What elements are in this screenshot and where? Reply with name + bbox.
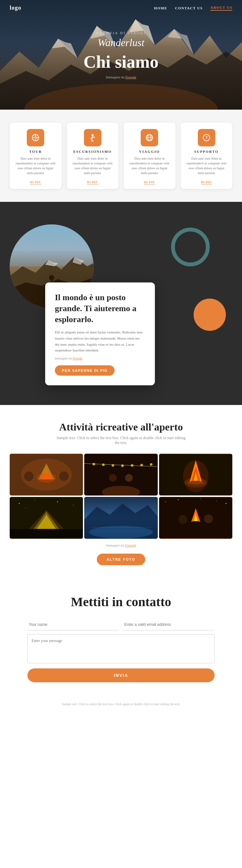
service-card-travel: VIAGGIO Duis aute irure dolor in reprehe… bbox=[124, 123, 176, 189]
svg-point-69 bbox=[19, 503, 20, 504]
svg-line-14 bbox=[93, 137, 94, 137]
hero-content: AGENZIA DI VIAGGI Wanderlust Chi siamo I… bbox=[84, 31, 159, 79]
hero-subtitle: AGENZIA DI VIAGGI bbox=[84, 31, 159, 35]
travel-link[interactable]: DI PIÙ bbox=[144, 181, 155, 184]
photo-5 bbox=[84, 497, 157, 539]
support-title: SUPPORTO bbox=[185, 150, 228, 153]
svg-point-41 bbox=[24, 471, 34, 481]
deco-circle-orange bbox=[193, 299, 226, 331]
tour-link[interactable]: DI PIÙ bbox=[30, 181, 41, 184]
svg-point-15 bbox=[94, 137, 95, 138]
travel-icon bbox=[141, 129, 158, 146]
activities-section: Attività ricreative all'aperto Sample te… bbox=[0, 405, 242, 578]
photo-1 bbox=[10, 454, 83, 496]
footer-text: Sample text. Click to select the text bo… bbox=[10, 702, 232, 707]
svg-point-49 bbox=[121, 464, 124, 467]
hero-brand: Wanderlust bbox=[84, 37, 159, 49]
contact-name-input[interactable] bbox=[27, 619, 119, 630]
hero-section: AGENZIA DI VIAGGI Wanderlust Chi siamo I… bbox=[0, 0, 242, 110]
explore-credit: Immagine da Freepik bbox=[55, 356, 145, 360]
explore-body: Elit ut aliquam purus sit amet luctus ve… bbox=[55, 329, 145, 353]
svg-point-47 bbox=[102, 463, 105, 466]
svg-point-72 bbox=[73, 505, 74, 505]
support-icon: ? bbox=[198, 129, 215, 146]
explore-section: Il mondo è un posto grande. Ti aiuteremo… bbox=[0, 202, 242, 405]
svg-point-88 bbox=[225, 503, 226, 504]
contact-name-email-row bbox=[27, 619, 215, 630]
contact-title: Mettiti in contatto bbox=[10, 594, 232, 610]
svg-point-86 bbox=[178, 499, 178, 500]
svg-point-76 bbox=[89, 526, 153, 539]
support-desc: Duis aute irure dolor in reprehenderit i… bbox=[185, 156, 228, 176]
svg-point-52 bbox=[150, 463, 153, 466]
svg-point-89 bbox=[200, 498, 201, 499]
svg-point-46 bbox=[93, 463, 95, 465]
tour-title: TOUR bbox=[14, 150, 57, 153]
support-link[interactable]: DI PIÙ bbox=[201, 181, 212, 184]
nav-about[interactable]: ABOUT US bbox=[210, 5, 232, 11]
svg-point-82 bbox=[191, 521, 201, 524]
svg-point-73 bbox=[25, 508, 26, 508]
svg-point-63 bbox=[185, 478, 207, 488]
services-section: TOUR Duis aute irure dolor in reprehende… bbox=[0, 110, 242, 202]
svg-rect-68 bbox=[10, 529, 83, 539]
svg-point-84 bbox=[204, 514, 213, 523]
activities-button[interactable]: ALTRE FOTO bbox=[97, 554, 145, 565]
svg-point-30 bbox=[49, 275, 54, 280]
svg-point-51 bbox=[140, 464, 143, 466]
nav-links: HOME CONTACT US ABOUT US bbox=[154, 5, 232, 11]
contact-email-input[interactable] bbox=[123, 619, 215, 630]
tour-icon bbox=[27, 129, 44, 146]
logo: logo bbox=[10, 4, 21, 11]
contact-message-input[interactable] bbox=[27, 634, 215, 663]
svg-point-71 bbox=[57, 501, 58, 502]
hike-link[interactable]: DI PIÙ bbox=[87, 181, 98, 184]
photo-6 bbox=[159, 497, 232, 539]
explore-title: Il mondo è un posto grande. Ti aiuteremo… bbox=[55, 292, 145, 325]
activities-credit: Immagini da Freepik bbox=[10, 543, 232, 547]
svg-point-87 bbox=[216, 501, 217, 501]
hike-icon bbox=[84, 129, 101, 146]
deco-circle-teal bbox=[171, 228, 210, 266]
svg-point-9 bbox=[92, 134, 94, 136]
service-card-tour: TOUR Duis aute irure dolor in reprehende… bbox=[10, 123, 62, 189]
hike-title: ESCURSIONISMO bbox=[71, 150, 114, 153]
explore-inner: Il mondo è un posto grande. Ti aiuteremo… bbox=[0, 218, 242, 385]
explore-card: Il mondo è un posto grande. Ti aiuteremo… bbox=[45, 282, 155, 385]
svg-point-70 bbox=[35, 500, 35, 501]
activities-subtitle: Sample text. Click to select the text bo… bbox=[57, 436, 185, 445]
photo-3 bbox=[159, 454, 232, 496]
svg-text:?: ? bbox=[205, 135, 208, 140]
svg-point-83 bbox=[178, 515, 187, 524]
contact-section: Mettiti in contatto INVIA bbox=[0, 578, 242, 695]
svg-line-13 bbox=[92, 140, 93, 142]
svg-point-48 bbox=[112, 464, 114, 467]
svg-point-85 bbox=[165, 502, 165, 502]
svg-point-42 bbox=[59, 471, 69, 481]
activities-title: Attività ricreative all'aperto bbox=[10, 421, 232, 433]
explore-button[interactable]: PER SAPERNE DI PIÙ bbox=[55, 365, 115, 376]
photo-2 bbox=[84, 454, 157, 496]
hero-credit: Immagine da Freepik bbox=[84, 75, 159, 79]
nav-home[interactable]: HOME bbox=[154, 6, 168, 10]
photo-grid bbox=[10, 454, 232, 539]
contact-form: INVIA bbox=[27, 619, 215, 682]
nav-contact[interactable]: CONTACT US bbox=[175, 6, 203, 10]
service-card-hike: ESCURSIONISMO Duis aute irure dolor in r… bbox=[67, 123, 119, 189]
footer: Sample text. Click to select the text bo… bbox=[0, 695, 242, 716]
contact-submit-button[interactable]: INVIA bbox=[27, 669, 215, 682]
svg-point-50 bbox=[131, 464, 133, 467]
tour-desc: Duis aute irure dolor in reprehenderit i… bbox=[14, 156, 57, 176]
hero-title: Chi siamo bbox=[84, 52, 159, 72]
hike-desc: Duis aute irure dolor in reprehenderit i… bbox=[71, 156, 114, 176]
svg-point-43 bbox=[37, 473, 56, 483]
activities-btn-wrap: ALTRE FOTO bbox=[10, 554, 232, 565]
photo-4 bbox=[10, 497, 83, 539]
svg-point-54 bbox=[125, 474, 133, 482]
service-card-support: ? SUPPORTO Duis aute irure dolor in repr… bbox=[181, 123, 233, 189]
navigation: logo HOME CONTACT US ABOUT US bbox=[0, 0, 242, 16]
travel-title: VIAGGIO bbox=[128, 150, 171, 153]
svg-point-53 bbox=[109, 474, 117, 482]
svg-line-11 bbox=[91, 138, 92, 139]
travel-desc: Duis aute irure dolor in reprehenderit i… bbox=[128, 156, 171, 176]
